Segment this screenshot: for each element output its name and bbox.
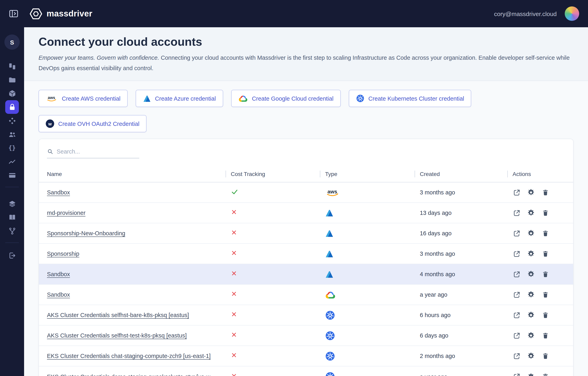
configure-credential-button[interactable] [527, 209, 535, 217]
external-link-icon [513, 209, 520, 217]
column-header-name: Name [47, 171, 231, 177]
azure-icon [325, 250, 334, 258]
delete-credential-button[interactable] [541, 229, 549, 237]
sidebar-toggle-button[interactable] [7, 7, 21, 21]
trash-icon [542, 209, 549, 217]
massdriver-logo[interactable]: massdriver [29, 7, 92, 20]
trash-icon [542, 230, 549, 237]
open-credential-button[interactable] [512, 270, 521, 278]
azure-icon [325, 270, 334, 278]
configure-credential-button[interactable] [527, 250, 535, 258]
button-label: Create Kubernetes Cluster credential [369, 95, 464, 102]
delete-credential-button[interactable] [541, 332, 549, 340]
git-branch-icon [8, 227, 16, 235]
delete-credential-button[interactable] [541, 352, 549, 360]
search-input[interactable] [57, 148, 139, 155]
create-google-cloud-credential-button[interactable]: Create Google Cloud credential [231, 90, 341, 107]
row-name-link[interactable]: EKS Cluster Credentials demo-staging-aws… [47, 373, 215, 376]
sidebar-item-billing[interactable] [5, 168, 19, 182]
create-kubernetes-credential-button[interactable]: Create Kubernetes Cluster credential [349, 90, 471, 107]
external-link-icon [513, 332, 520, 339]
user-avatar[interactable] [565, 6, 579, 21]
open-credential-button[interactable] [512, 250, 521, 258]
delete-credential-button[interactable] [541, 373, 549, 376]
search-icon [47, 148, 53, 155]
sidebar-item-artifacts[interactable] [5, 197, 19, 210]
delete-credential-button[interactable] [541, 188, 549, 196]
column-divider [415, 170, 415, 177]
sidebar-item-code[interactable]: {} [5, 141, 19, 155]
configure-credential-button[interactable] [527, 229, 535, 237]
open-credential-button[interactable] [512, 291, 521, 299]
sidebar-item-metrics[interactable] [5, 155, 19, 168]
kubernetes-icon [325, 372, 335, 376]
sidebar-item-projects[interactable] [5, 73, 19, 87]
row-name-link[interactable]: Sponsorship [47, 251, 79, 257]
configure-credential-button[interactable] [527, 373, 535, 376]
button-label: Create OVH OAuth2 Credential [58, 120, 140, 127]
workspace-avatar[interactable]: S [4, 34, 20, 50]
sidebar-divider [5, 242, 19, 243]
sidebar-item-credentials[interactable] [5, 100, 19, 114]
sidebar-item-teams[interactable] [5, 127, 19, 141]
sidebar-item-dashboard[interactable] [5, 59, 19, 73]
configure-credential-button[interactable] [527, 352, 535, 360]
cost-tracking-cell [231, 291, 325, 299]
sidebar-item-git-branch[interactable] [5, 224, 19, 238]
delete-credential-button[interactable] [541, 270, 549, 278]
created-cell: a year ago [420, 292, 512, 298]
delete-credential-button[interactable] [541, 250, 549, 258]
dashboard-icon [8, 62, 16, 70]
create-ovh-credential-button[interactable]: w Create OVH OAuth2 Credential [39, 115, 147, 132]
open-credential-button[interactable] [512, 229, 521, 237]
create-aws-credential-button[interactable]: aws Create AWS credential [39, 90, 128, 107]
logout-button[interactable] [5, 249, 19, 262]
open-credential-button[interactable] [512, 352, 521, 360]
created-cell: 6 days ago [420, 332, 512, 339]
sidebar-item-bundles[interactable] [5, 87, 19, 100]
external-link-icon [513, 188, 520, 196]
type-cell [325, 229, 420, 238]
created-cell: 13 days ago [420, 210, 512, 216]
open-credential-button[interactable] [512, 332, 521, 340]
row-name-link[interactable]: Sandbox [47, 292, 70, 298]
create-azure-credential-button[interactable]: Create Azure credential [136, 90, 223, 107]
table-row: EKS Cluster Credentials demo-staging-aws… [39, 366, 573, 376]
configure-credential-button[interactable] [527, 291, 535, 299]
open-credential-button[interactable] [512, 209, 521, 217]
row-name-link[interactable]: md-provisioner [47, 210, 86, 216]
row-name-link[interactable]: Sandbox [47, 271, 70, 277]
external-link-icon [513, 373, 520, 376]
cost-tracking-cell [231, 188, 325, 197]
main-content: Connect your cloud accounts Empower your… [24, 27, 588, 376]
row-name-link[interactable]: Sponsorship-New-Onboarding [47, 230, 125, 237]
column-label: Cost Tracking [231, 171, 265, 177]
configure-credential-button[interactable] [527, 270, 535, 278]
name-cell: Sponsorship-New-Onboarding [47, 230, 231, 237]
aws-icon: aws [325, 188, 340, 197]
cost-tracking-cell [231, 209, 325, 217]
configure-credential-button[interactable] [527, 332, 535, 340]
button-label: Create AWS credential [62, 95, 120, 102]
button-label: Create Google Cloud credential [252, 95, 333, 102]
open-credential-button[interactable] [512, 373, 521, 376]
row-name-link[interactable]: Sandbox [47, 189, 70, 196]
configure-credential-button[interactable] [527, 311, 535, 319]
delete-credential-button[interactable] [541, 291, 549, 299]
column-header-type: Type [325, 171, 420, 177]
x-icon [231, 250, 237, 256]
logout-icon [8, 251, 16, 260]
row-name-link[interactable]: AKS Cluster Credentials selfhst-test-k8s… [47, 332, 187, 339]
delete-credential-button[interactable] [541, 209, 549, 217]
delete-credential-button[interactable] [541, 311, 549, 319]
row-name-link[interactable]: EKS Cluster Credentials chat-staging-com… [47, 353, 211, 359]
row-name-link[interactable]: AKS Cluster Credentials selfhst-bare-k8s… [47, 312, 189, 318]
open-credential-button[interactable] [512, 311, 521, 319]
folder-icon [8, 75, 16, 84]
configure-credential-button[interactable] [527, 188, 535, 196]
azure-icon [325, 229, 334, 238]
sidebar-item-deployments[interactable] [5, 114, 19, 127]
open-credential-button[interactable] [512, 188, 521, 196]
actions-cell [512, 229, 565, 237]
sidebar-item-docs[interactable] [5, 210, 19, 224]
